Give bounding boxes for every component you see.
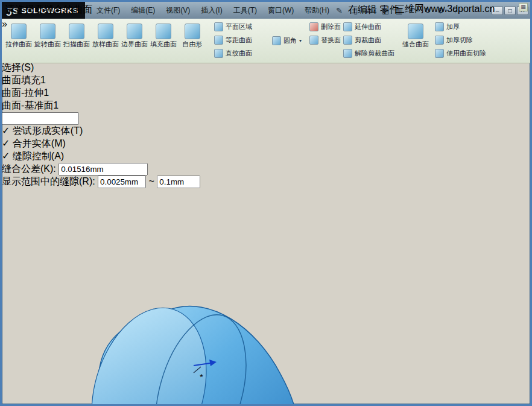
gap-control-section-header[interactable]: ✓ 缝隙控制(A) xyxy=(2,150,530,163)
offset-surface-icon xyxy=(214,36,223,45)
trim-tools-group: 延伸曲面 剪裁曲面 解除剪裁曲面 xyxy=(343,21,394,59)
thickened-cut-button[interactable]: 加厚切除 xyxy=(435,34,486,46)
button-label: 使用曲面切除 xyxy=(446,49,486,58)
gap-range-min-field[interactable] xyxy=(98,176,146,188)
gap-results-listbox[interactable] xyxy=(2,188,530,229)
ruled-surface-button[interactable]: 直纹曲面 xyxy=(214,48,252,59)
revolved-surface-icon xyxy=(40,24,55,39)
fillet-icon xyxy=(272,36,281,45)
lofted-surface-button[interactable]: 放样曲面 xyxy=(91,21,120,62)
knit-surface-icon xyxy=(408,24,423,39)
menu-help[interactable]: 帮助(H) xyxy=(299,4,335,17)
menubar: 文件(F) 编辑(E) 视图(V) 插入(I) 工具(T) 窗口(W) 帮助(H… xyxy=(91,4,335,17)
gap-range-max-field[interactable] xyxy=(157,176,200,188)
untrim-surface-icon xyxy=(343,49,352,58)
button-label: 圆角 xyxy=(283,36,297,45)
delete-face-button[interactable]: 删除面 xyxy=(309,21,341,33)
try-form-solid-option[interactable]: ✓ 尝试形成实体(T) xyxy=(2,125,530,138)
swept-surface-button[interactable]: 扫描曲面 xyxy=(62,21,91,62)
menu-insert[interactable]: 插入(I) xyxy=(195,4,227,17)
menu-tools[interactable]: 工具(T) xyxy=(228,4,262,17)
status-message: 请选择要缝合的曲面 xyxy=(5,4,92,16)
checkbox-label: 尝试形成实体(T) xyxy=(13,125,83,136)
knitting-tolerance-label: 缝合公差(K): xyxy=(2,163,56,174)
section-label: 选择(S) xyxy=(2,62,34,72)
planar-tools-group: 平面区域 等距曲面 直纹曲面 xyxy=(214,21,252,59)
selection-point-marker: * xyxy=(200,372,203,382)
untrim-surface-button[interactable]: 解除剪裁曲面 xyxy=(343,48,394,59)
seed-face-field[interactable] xyxy=(2,112,79,125)
knitting-tolerance-field[interactable] xyxy=(59,163,148,176)
swept-surface-icon xyxy=(69,24,84,39)
knit-selection-listbox[interactable]: 曲面填充1 曲面-拉伸1 曲面-基准面1 xyxy=(2,74,530,112)
model-viewport: * x y xyxy=(2,229,385,406)
revolved-surface-button[interactable]: 旋转曲面 xyxy=(33,21,62,62)
button-label: 旋转曲面 xyxy=(34,40,61,48)
checkbox-checked-icon[interactable]: ✓ xyxy=(2,125,10,136)
freeform-button[interactable]: 自由形 xyxy=(178,21,207,62)
thickened-cut-icon xyxy=(435,36,444,45)
trim-surface-button[interactable]: 剪裁曲面 xyxy=(343,34,394,46)
gap-range-label: 显示范围中的缝隙(R): xyxy=(2,176,95,186)
cut-with-surface-icon xyxy=(435,49,444,58)
button-label: 等距曲面 xyxy=(226,36,252,45)
button-label: 加厚 xyxy=(446,22,460,31)
button-label: 扫描曲面 xyxy=(63,40,90,48)
face-tools-group: 删除面 替换面 xyxy=(309,21,341,46)
offset-surface-button[interactable]: 等距曲面 xyxy=(214,34,252,46)
button-label: 加厚切除 xyxy=(446,36,473,45)
replace-face-button[interactable]: 替换面 xyxy=(309,34,341,46)
planar-surface-button[interactable]: 平面区域 xyxy=(214,21,252,33)
button-label: 边界曲面 xyxy=(121,40,148,48)
checkbox-checked-icon[interactable]: ✓ xyxy=(2,138,10,148)
fillet-button[interactable]: 圆角▾ xyxy=(272,35,302,46)
filled-surface-button[interactable]: 填充曲面 xyxy=(149,21,178,62)
button-label: 自由形 xyxy=(179,40,206,48)
extend-surface-icon xyxy=(343,22,352,31)
menu-file[interactable]: 文件(F) xyxy=(91,4,125,17)
merge-entities-option[interactable]: ✓ 合并实体(M) xyxy=(2,138,530,150)
list-item-selected[interactable]: 曲面-基准面1 xyxy=(2,100,530,112)
tilde-separator: ~ xyxy=(149,176,154,186)
planar-surface-icon xyxy=(214,22,223,31)
solidworks-window: ƷS SOLIDWORKS 文件(F) 编辑(E) 视图(V) 插入(I) 工具… xyxy=(0,0,532,406)
boundary-surface-icon xyxy=(127,24,142,39)
extend-surface-button[interactable]: 延伸曲面 xyxy=(343,21,394,33)
button-label: 平面区域 xyxy=(226,22,252,31)
pencil-icon[interactable]: ✎ xyxy=(336,6,343,15)
freeform-icon xyxy=(185,24,200,39)
selection-section-header[interactable]: 选择(S) xyxy=(2,62,530,74)
checkbox-checked-icon[interactable]: ✓ xyxy=(2,151,10,161)
maximize-button[interactable]: □ xyxy=(504,6,516,15)
thicken-tools-group: 加厚 加厚切除 使用曲面切除 xyxy=(435,21,486,59)
button-label: 解除剪裁曲面 xyxy=(355,49,394,58)
button-label: 替换面 xyxy=(321,36,341,45)
watermark-text: 三维网www.3dportal.cn xyxy=(395,3,495,16)
menu-window[interactable]: 窗口(W) xyxy=(262,4,299,17)
dropdown-arrow-icon[interactable]: ▾ xyxy=(299,38,302,43)
knit-surface-button[interactable]: 缝合曲面 xyxy=(401,21,430,62)
status-options-icon[interactable]: ▦ xyxy=(519,3,528,11)
delete-face-icon xyxy=(309,22,318,31)
ruled-surface-icon xyxy=(214,49,223,58)
extruded-surface-icon xyxy=(11,24,27,39)
cut-with-surface-button[interactable]: 使用曲面切除 xyxy=(435,48,486,59)
menu-edit[interactable]: 编辑(E) xyxy=(125,4,160,17)
graphics-viewport[interactable]: * x y ⊡ ⊞ ↶ ◫▾ ▣▾ ◪▾ ◉▾ ●▾ ◧▾ xyxy=(2,229,530,406)
menu-view[interactable]: 视图(V) xyxy=(160,4,195,17)
button-label: 填充曲面 xyxy=(150,40,177,48)
trim-surface-icon xyxy=(343,36,352,45)
button-label: 放样曲面 xyxy=(92,40,119,48)
button-label: 删除面 xyxy=(321,22,341,31)
filled-surface-icon xyxy=(156,24,171,39)
button-label: 拉伸曲面 xyxy=(5,40,32,48)
extruded-surface-button[interactable]: 拉伸曲面 xyxy=(4,21,33,62)
thicken-button[interactable]: 加厚 xyxy=(435,21,486,33)
surfaces-toolbar-ribbon: 拉伸曲面 旋转曲面 扫描曲面 放样曲面 边界曲面 填充曲面 自由形 平面区域 等… xyxy=(2,19,530,63)
button-label: 缝合曲面 xyxy=(402,40,429,48)
list-item[interactable]: 曲面填充1 xyxy=(2,74,530,87)
edit-mode-status: 在编辑 零件 xyxy=(348,4,399,16)
replace-face-icon xyxy=(309,36,318,45)
boundary-surface-button[interactable]: 边界曲面 xyxy=(120,21,149,62)
list-item[interactable]: 曲面-拉伸1 xyxy=(2,87,530,100)
